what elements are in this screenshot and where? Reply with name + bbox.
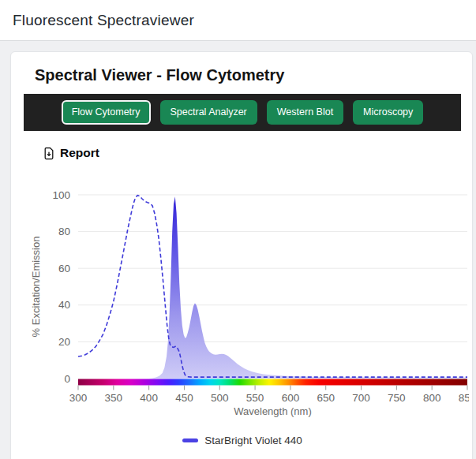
spectra-chart-canvas: 020406080100% Excitation/Emission3003504… <box>25 182 469 420</box>
nav-button-spectral-analyzer[interactable]: Spectral Analyzer <box>160 100 257 125</box>
x-tick-850: 850 <box>459 391 469 403</box>
y-tick-80: 80 <box>58 226 70 237</box>
legend-item-starbright-violet-440[interactable]: StarBright Violet 440 <box>24 435 461 446</box>
x-tick-500: 500 <box>211 391 229 403</box>
x-tick-300: 300 <box>69 391 88 403</box>
x-tick-600: 600 <box>282 391 300 403</box>
excitation-curve <box>78 195 467 376</box>
x-axis-title: Wavelength (nm) <box>234 405 312 417</box>
y-tick-0: 0 <box>64 372 70 384</box>
y-tick-60: 60 <box>58 262 70 274</box>
x-tick-350: 350 <box>105 391 123 403</box>
mode-navbar: Flow CytometrySpectral AnalyzerWestern B… <box>24 94 461 131</box>
nav-button-western-blot[interactable]: Western Blot <box>267 100 343 125</box>
y-tick-100: 100 <box>52 188 70 200</box>
nav-button-microscopy[interactable]: Microscopy <box>353 100 423 125</box>
y-axis-title: % Excitation/Emission <box>30 236 42 337</box>
wavelength-spectrum-bar <box>78 379 467 385</box>
x-tick-800: 800 <box>423 391 441 403</box>
legend-label: StarBright Violet 440 <box>204 435 302 446</box>
file-download-icon <box>43 147 55 160</box>
app-title: Fluorescent Spectraviewer <box>13 12 463 29</box>
nav-button-flow-cytometry[interactable]: Flow Cytometry <box>62 100 151 125</box>
y-tick-40: 40 <box>58 299 70 311</box>
x-tick-700: 700 <box>352 391 370 403</box>
x-tick-750: 750 <box>388 391 406 403</box>
x-tick-450: 450 <box>175 391 193 403</box>
x-tick-650: 650 <box>317 391 335 403</box>
card-title: Spectral Viewer - Flow Cytometry <box>35 66 461 84</box>
app-header: Fluorescent Spectraviewer <box>0 0 476 41</box>
emission-area <box>78 196 467 379</box>
x-tick-400: 400 <box>140 391 158 403</box>
spectra-card: Spectral Viewer - Flow Cytometry Flow Cy… <box>10 51 473 459</box>
report-label: Report <box>60 146 99 160</box>
report-button[interactable]: Report <box>43 146 99 160</box>
spectra-chart: 020406080100% Excitation/Emission3003504… <box>25 182 461 424</box>
legend-swatch <box>182 438 198 442</box>
x-tick-550: 550 <box>246 391 264 403</box>
y-tick-20: 20 <box>58 335 70 347</box>
